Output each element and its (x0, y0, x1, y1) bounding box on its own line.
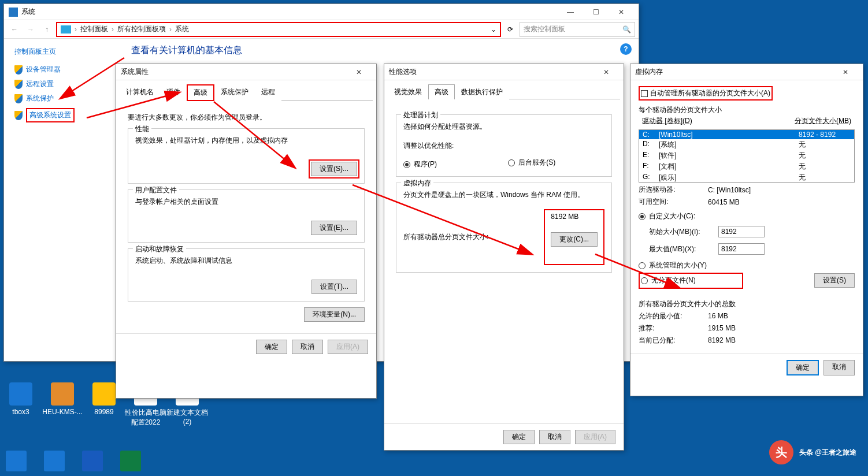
admin-note: 要进行大多数更改，你必须作为管理员登录。 (128, 113, 365, 122)
breadcrumb-item[interactable]: 控制面板 (80, 24, 108, 34)
initial-size-input[interactable] (718, 226, 765, 237)
search-icon[interactable]: 🔍 (622, 25, 631, 34)
up-button[interactable]: ↑ (40, 23, 54, 36)
drive-list[interactable]: C:[Win10ltsc]8192 - 8192 D:[系统]无 E:[软件]无… (639, 129, 855, 183)
dialog-title: 性能选项 (389, 67, 593, 77)
close-button[interactable]: ✕ (593, 64, 619, 80)
refresh-button[interactable]: ⟳ (503, 25, 517, 34)
minimize-button[interactable]: — (558, 4, 583, 20)
startup-settings-button[interactable]: 设置(T)... (311, 280, 357, 294)
dialog-title: 系统属性 (121, 67, 346, 77)
app-icon[interactable] (82, 451, 103, 471)
close-button[interactable]: ✕ (609, 4, 634, 20)
help-icon[interactable]: ? (620, 43, 632, 55)
titlebar[interactable]: 系统 — ☐ ✕ (4, 4, 639, 20)
close-button[interactable]: ✕ (346, 64, 372, 80)
ok-button[interactable]: 确定 (256, 340, 287, 354)
no-paging-radio[interactable]: 无分页文件(N) (641, 276, 696, 285)
min-value: 16 MB (708, 312, 728, 320)
watermark: 头 头条 @王者之旅途 (769, 440, 856, 464)
cancel-button[interactable]: 取消 (539, 430, 570, 444)
shield-icon (14, 80, 23, 89)
auto-manage-checkbox[interactable]: 自动管理所有驱动器的分页文件大小(A) (639, 86, 773, 101)
drive-row[interactable]: F:[文档]无 (639, 161, 854, 172)
shield-icon (14, 94, 23, 103)
pc-icon (61, 25, 71, 34)
taskbar-icons (0, 451, 141, 471)
desktop-icon[interactable]: tbox3 (0, 382, 42, 427)
dropdown-icon[interactable]: ⌄ (491, 25, 496, 34)
programs-radio[interactable]: 程序(P) (403, 159, 437, 169)
apply-button[interactable]: 应用(A) (575, 430, 615, 444)
nav-bar: ← → ↑ › 控制面板 › 所有控制面板项 › 系统 ⌄ ⟳ 搜索控制面板 🔍 (4, 20, 639, 39)
tab-dep[interactable]: 数据执行保护 (455, 84, 509, 99)
app-icon[interactable] (44, 451, 65, 471)
window-title: 系统 (21, 7, 558, 17)
system-icon (9, 8, 18, 17)
system-protection-link[interactable]: 系统保护 (14, 94, 109, 103)
recommended-value: 1915 MB (708, 324, 736, 332)
profile-settings-button[interactable]: 设置(E)... (311, 221, 357, 235)
processor-scheduling-group: 处理器计划 选择如何分配处理器资源。 调整以优化性能: 程序(P) 后台服务(S… (396, 114, 612, 177)
virtual-memory-group: 虚拟内存 分页文件是硬盘上的一块区域，Windows 当作 RAM 使用。 所有… (396, 183, 612, 273)
drive-row[interactable]: E:[软件]无 (639, 150, 854, 161)
user-profile-group: 用户配置文件 与登录帐户相关的桌面设置 设置(E)... (128, 189, 365, 243)
page-heading: 查看有关计算机的基本信息 (131, 44, 242, 57)
app-icon[interactable] (6, 451, 27, 471)
apply-button[interactable]: 应用(A) (328, 340, 368, 354)
shield-icon (14, 65, 23, 75)
selected-drive-value: C: [Win10ltsc] (708, 186, 751, 194)
tab-computer-name[interactable]: 计算机名 (120, 84, 160, 101)
breadcrumb-item[interactable]: 所有控制面板项 (117, 24, 166, 34)
back-button[interactable]: ← (8, 23, 21, 36)
forward-button: → (24, 23, 38, 36)
tabs: 计算机名 硬件 高级 系统保护 远程 (120, 84, 373, 101)
vm-total-value: 8192 MB (551, 213, 578, 221)
cancel-button[interactable]: 取消 (292, 340, 323, 354)
vm-total-highlight: 8192 MB 更改(C)... (544, 209, 604, 265)
address-bar[interactable]: › 控制面板 › 所有控制面板项 › 系统 ⌄ (56, 22, 501, 37)
desktop-icon[interactable]: HEU-KMS-... (42, 382, 83, 427)
performance-group: 性能 视觉效果，处理器计划，内存使用，以及虚拟内存 设置(S)... (128, 128, 365, 184)
custom-size-radio[interactable]: 自定义大小(C): (639, 211, 695, 221)
max-size-input[interactable] (718, 243, 765, 255)
virtual-memory-dialog: 虚拟内存 ✕ 自动管理所有驱动器的分页文件大小(A) 每个驱动器的分页文件大小 … (630, 64, 863, 396)
totals-heading: 所有驱动器分页文件大小的总数 (639, 299, 855, 309)
app-icon[interactable] (120, 451, 141, 471)
drive-row[interactable]: C:[Win10ltsc]8192 - 8192 (639, 130, 854, 139)
search-input[interactable]: 搜索控制面板 🔍 (520, 22, 635, 37)
close-button[interactable]: ✕ (833, 64, 858, 80)
system-properties-dialog: 系统属性 ✕ 计算机名 硬件 高级 系统保护 远程 要进行大多数更改，你必须作为… (116, 64, 377, 399)
control-panel-home-link[interactable]: 控制面板主页 (14, 47, 109, 57)
tab-remote[interactable]: 远程 (255, 84, 281, 101)
drive-row[interactable]: G:[娱乐]无 (639, 172, 854, 183)
background-radio[interactable]: 后台服务(S) (508, 158, 555, 168)
current-value: 8192 MB (708, 336, 736, 344)
vm-change-button[interactable]: 更改(C)... (551, 232, 598, 247)
tab-visual-effects[interactable]: 视觉效果 (388, 84, 428, 99)
ok-button[interactable]: 确定 (787, 360, 819, 375)
ok-button[interactable]: 确定 (503, 430, 535, 444)
maximize-button[interactable]: ☐ (583, 4, 609, 20)
advanced-system-settings-link[interactable]: 高级系统设置 (14, 108, 109, 122)
tab-system-protection[interactable]: 系统保护 (214, 84, 255, 101)
tab-advanced[interactable]: 高级 (187, 84, 214, 101)
env-vars-button[interactable]: 环境变量(N)... (304, 307, 365, 322)
breadcrumb-item[interactable]: 系统 (175, 24, 189, 34)
sidebar: 控制面板主页 设备管理器 远程设置 系统保护 高级系统设置 (4, 39, 120, 361)
shield-icon (14, 111, 23, 120)
tab-hardware[interactable]: 硬件 (160, 84, 187, 101)
performance-settings-button[interactable]: 设置(S)... (311, 162, 357, 176)
each-drive-label: 每个驱动器的分页文件大小 (639, 105, 855, 115)
device-manager-link[interactable]: 设备管理器 (14, 65, 109, 75)
dialog-title: 虚拟内存 (635, 67, 833, 77)
set-button[interactable]: 设置(S) (814, 273, 855, 288)
system-managed-radio[interactable]: 系统管理的大小(Y) (639, 261, 855, 270)
tab-advanced[interactable]: 高级 (428, 84, 455, 99)
watermark-icon: 头 (769, 440, 793, 464)
remote-settings-link[interactable]: 远程设置 (14, 79, 109, 89)
startup-recovery-group: 启动和故障恢复 系统启动、系统故障和调试信息 设置(T)... (128, 248, 365, 302)
cancel-button[interactable]: 取消 (824, 360, 855, 375)
drive-row[interactable]: D:[系统]无 (639, 139, 854, 150)
performance-options-dialog: 性能选项 ✕ 视觉效果 高级 数据执行保护 处理器计划 选择如何分配处理器资源。… (384, 64, 624, 451)
